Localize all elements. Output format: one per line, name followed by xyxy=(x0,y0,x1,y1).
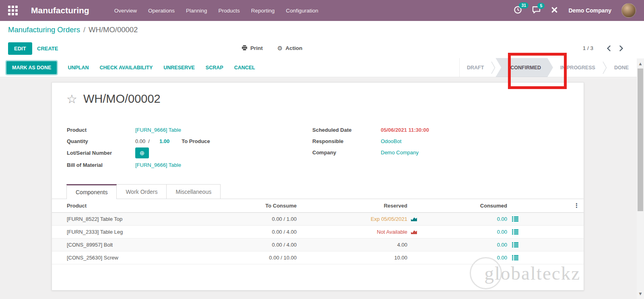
cell-product: [CONS_25630] Screw xyxy=(52,255,226,261)
cell-reserved: Exp 05/05/2021 xyxy=(297,216,419,222)
table-row[interactable]: [CONS_25630] Screw 0.00 / 10.00 10.00 0.… xyxy=(52,251,584,264)
menu-planning[interactable]: Planning xyxy=(186,8,207,14)
status-bar-buttons: MARK AS DONE UNPLAN CHECK AVAILABILITY U… xyxy=(6,61,255,74)
create-button[interactable]: CREATE xyxy=(35,42,60,55)
state-widget: DRAFT CONFIRMED IN PROGRESS DONE xyxy=(459,58,644,77)
printer-icon xyxy=(242,45,248,52)
gear-icon: ⚙ xyxy=(277,45,283,52)
menu-overview[interactable]: Overview xyxy=(114,8,137,14)
breadcrumb-parent-link[interactable]: Manufacturing Orders xyxy=(8,25,80,34)
field-lot-serial: Lot/Serial Number ⊕ xyxy=(67,147,300,159)
state-done[interactable]: DONE xyxy=(607,65,636,71)
cancel-button[interactable]: CANCEL xyxy=(234,65,255,71)
vertical-scrollbar[interactable]: ▲ ▼ xyxy=(637,58,644,299)
forecast-chart-icon[interactable] xyxy=(411,216,419,222)
bom-link[interactable]: [FURN_9666] Table xyxy=(135,162,181,168)
field-group-left: Product [FURN_9666] Table Quantity 0.00 … xyxy=(67,124,300,170)
title-row: ☆ WH/MO/00002 xyxy=(66,92,161,106)
unplan-button[interactable]: UNPLAN xyxy=(68,65,89,71)
menu-configuration[interactable]: Configuration xyxy=(286,8,318,14)
activities-button[interactable]: 31 xyxy=(514,6,522,16)
details-list-icon[interactable] xyxy=(512,229,520,235)
cell-reserved: Not Available xyxy=(297,229,419,235)
cell-reserved: 10.00 xyxy=(297,255,419,261)
record-pager: 1 / 3 xyxy=(583,38,625,58)
field-label: Company xyxy=(312,150,381,156)
field-responsible: Responsible OdooBot xyxy=(312,135,538,147)
state-separator-icon xyxy=(491,58,495,77)
state-draft[interactable]: DRAFT xyxy=(460,65,491,71)
components-table: Product To Consume Reserved Consumed ⋮ [… xyxy=(52,199,584,264)
app-title[interactable]: Manufacturing xyxy=(31,6,89,15)
responsible-link[interactable]: OdooBot xyxy=(381,138,401,144)
details-list-icon[interactable] xyxy=(512,255,520,260)
tab-miscellaneous[interactable]: Miscellaneous xyxy=(166,184,221,199)
add-lot-serial-button[interactable]: ⊕ xyxy=(135,147,149,158)
breadcrumb: Manufacturing Orders / WH/MO/00002 xyxy=(0,21,644,38)
company-link[interactable]: Demo Company xyxy=(381,150,419,156)
tab-work-orders[interactable]: Work Orders xyxy=(116,184,167,199)
center-actions: Print ⚙ Action xyxy=(242,38,302,58)
table-row[interactable]: [CONS_89957] Bolt 0.00 / 4.00 4.00 0.00 xyxy=(52,239,584,251)
scrollbar-thumb[interactable] xyxy=(638,69,643,211)
forecast-chart-icon[interactable] xyxy=(411,229,419,235)
menu-reporting[interactable]: Reporting xyxy=(251,8,275,14)
odoo-manufacturing-screen: Manufacturing Overview Operations Planni… xyxy=(0,0,644,299)
field-label: Lot/Serial Number xyxy=(67,150,135,156)
control-row: EDIT CREATE Print ⚙ Action 1 / 3 xyxy=(0,38,644,58)
watermark-text: globalteckz xyxy=(484,264,580,283)
field-label: Product xyxy=(67,127,135,133)
quantity-suffix: To Produce xyxy=(182,138,210,144)
cell-to-consume: 0.00 / 10.00 xyxy=(226,255,297,261)
product-link[interactable]: [FURN_9666] Table xyxy=(135,127,181,133)
column-header-reserved[interactable]: Reserved xyxy=(297,203,419,209)
table-row[interactable]: [FURN_8522] Table Top 0.00 / 1.00 Exp 05… xyxy=(52,213,584,226)
details-list-icon[interactable] xyxy=(512,216,520,222)
menu-products[interactable]: Products xyxy=(219,8,240,14)
column-header-to-consume[interactable]: To Consume xyxy=(226,203,297,209)
check-availability-button[interactable]: CHECK AVAILABILITY xyxy=(100,65,153,71)
optional-columns-icon[interactable]: ⋮ xyxy=(574,203,580,209)
record-title: WH/MO/00002 xyxy=(83,92,161,106)
apps-menu-icon[interactable] xyxy=(8,6,18,15)
table-row[interactable]: [FURN_2333] Table Leg 0.00 / 4.00 Not Av… xyxy=(52,226,584,239)
company-switcher[interactable]: Demo Company xyxy=(568,7,611,14)
scroll-down-icon[interactable]: ▼ xyxy=(637,292,644,296)
details-list-icon[interactable] xyxy=(512,242,520,247)
action-menu[interactable]: ⚙ Action xyxy=(277,45,302,52)
pager-next-button[interactable] xyxy=(618,44,625,53)
unreserve-button[interactable]: UNRESERVE xyxy=(163,65,195,71)
breadcrumb-current: WH/MO/00002 xyxy=(89,25,138,34)
favorite-star-icon[interactable]: ☆ xyxy=(66,93,77,105)
action-label: Action xyxy=(285,45,302,51)
debug-tools-button[interactable] xyxy=(551,6,558,15)
scroll-up-icon[interactable]: ▲ xyxy=(637,62,644,66)
scrap-button[interactable]: SCRAP xyxy=(206,65,223,71)
breadcrumb-separator: / xyxy=(83,25,85,34)
field-label: Bill of Material xyxy=(67,162,135,168)
tab-components[interactable]: Components xyxy=(66,184,117,199)
pager-previous-button[interactable] xyxy=(605,44,612,53)
messages-button[interactable]: 5 xyxy=(532,6,541,15)
activity-count-badge: 31 xyxy=(519,2,528,9)
menu-operations[interactable]: Operations xyxy=(148,8,175,14)
print-menu[interactable]: Print xyxy=(242,45,263,52)
field-bill-of-material: Bill of Material [FURN_9666] Table xyxy=(67,159,300,170)
column-header-product[interactable]: Product xyxy=(52,203,226,209)
page-background: ☆ WH/MO/00002 Product [FURN_9666] Table … xyxy=(0,78,644,299)
quantity-done: 0.00 xyxy=(135,138,145,144)
field-label: Scheduled Date xyxy=(312,127,381,133)
cell-reserved: 4.00 xyxy=(297,242,419,248)
user-avatar[interactable] xyxy=(621,3,636,18)
cell-to-consume: 0.00 / 4.00 xyxy=(226,242,297,248)
state-in-progress[interactable]: IN PROGRESS xyxy=(553,65,603,71)
quantity-to-produce-value: 1.00 xyxy=(159,138,169,144)
column-header-consumed[interactable]: Consumed xyxy=(419,203,520,209)
edit-button[interactable]: EDIT xyxy=(8,42,32,55)
quantity-separator: / xyxy=(148,138,150,144)
form-sheet: ☆ WH/MO/00002 Product [FURN_9666] Table … xyxy=(52,82,584,291)
mark-as-done-button[interactable]: MARK AS DONE xyxy=(6,61,57,74)
state-confirmed[interactable]: CONFIRMED xyxy=(495,58,553,77)
top-right-controls: 31 5 Demo Company xyxy=(514,3,636,18)
print-label: Print xyxy=(250,45,263,51)
